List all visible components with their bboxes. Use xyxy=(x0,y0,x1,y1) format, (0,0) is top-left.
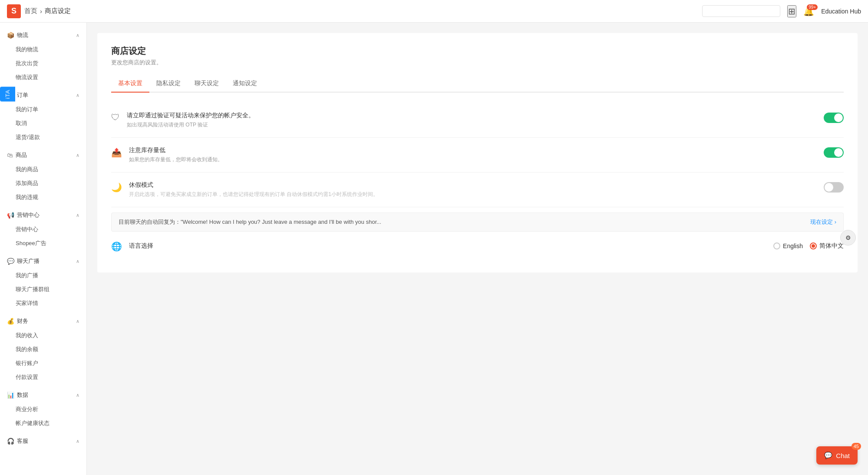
sidebar-section-label-customer_service: 客服 xyxy=(17,437,28,445)
tab-3[interactable]: 通知设定 xyxy=(226,75,264,93)
sidebar-items-data: 商业分析帐户健康状态 xyxy=(0,402,86,432)
sidebar-item-取消[interactable]: 取消 xyxy=(0,116,86,130)
sidebar-section-header-logistics[interactable]: 📦 物流 ∧ xyxy=(0,28,86,43)
sidebar-item-Shopee广告[interactable]: Shopee广告 xyxy=(0,236,86,250)
setting-icon-vacation: 🌙 xyxy=(111,182,122,193)
chat-icon: 💬 xyxy=(824,452,832,459)
setting-text-security: 请立即通过验证可疑活动来保护您的帐户安全。 如出现高风险活动请使用 OTP 验证 xyxy=(127,112,254,129)
sidebar-item-银行账户[interactable]: 银行账户 xyxy=(0,356,86,370)
sidebar-items-orders: 我的订单取消退货/退款 xyxy=(0,103,86,146)
sidebar-section-title-finance: 💰 财务 xyxy=(7,317,28,325)
setting-text-vacation: 休假模式 开启此选项，可避免买家成立新的订单，也请您记得处理现有的订单 自动休假… xyxy=(129,181,378,198)
language-options: English 简体中文 xyxy=(773,242,844,250)
sidebar-item-营销中心[interactable]: 营销中心 xyxy=(0,223,86,236)
sidebar-item-我的物流[interactable]: 我的物流 xyxy=(0,43,86,56)
search-input[interactable] xyxy=(702,5,780,17)
language-left: 🌐 语言选择 xyxy=(111,240,773,252)
setting-title-security: 请立即通过验证可疑活动来保护您的帐户安全。 xyxy=(127,112,254,120)
setting-row-low_stock: 📤注意库存量低 如果您的库存量低，您即将会收到通知。 xyxy=(111,138,844,173)
radio-inner-简体中文 xyxy=(812,244,815,248)
sidebar-item-我的余额[interactable]: 我的余额 xyxy=(0,342,86,356)
sidebar-section-header-chat_broadcast[interactable]: 💬 聊天广播 ∧ xyxy=(0,254,86,269)
ita-badge[interactable]: iTA xyxy=(0,87,15,102)
sidebar-chevron-marketing: ∧ xyxy=(76,213,79,218)
sidebar-item-我的订单[interactable]: 我的订单 xyxy=(0,103,86,116)
page-card: 商店设定 更改您商店的设置。 基本设置隐私设定聊天设定通知设定 🛡请立即通过验证… xyxy=(97,33,858,272)
sidebar-item-退货-退款[interactable]: 退货/退款 xyxy=(0,130,86,144)
sidebar-item-我的广播[interactable]: 我的广播 xyxy=(0,269,86,282)
sidebar-section-marketing: 📢 营销中心 ∧营销中心Shopee广告 xyxy=(0,208,86,252)
sidebar-icon-logistics: 📦 xyxy=(7,32,14,39)
sidebar-section-label-data: 数据 xyxy=(17,391,28,399)
page-subtitle: 更改您商店的设置。 xyxy=(111,59,844,66)
settings-float-button[interactable]: ⚙ xyxy=(840,230,856,246)
sidebar-section-header-finance[interactable]: 💰 财务 ∧ xyxy=(0,314,86,329)
sidebar-section-label-marketing: 营销中心 xyxy=(17,211,40,219)
setting-text-low_stock: 注意库存量低 如果您的库存量低，您即将会收到通知。 xyxy=(129,146,223,163)
setting-left-low_stock: 📤注意库存量低 如果您的库存量低，您即将会收到通知。 xyxy=(111,146,824,163)
sidebar-section-title-customer_service: 🎧 客服 xyxy=(7,437,28,445)
sidebar-section-label-finance: 财务 xyxy=(17,317,28,325)
sidebar-item-商业分析[interactable]: 商业分析 xyxy=(0,402,86,416)
tab-2[interactable]: 聊天设定 xyxy=(188,75,226,93)
sidebar-item-批次出货[interactable]: 批次出货 xyxy=(0,56,86,70)
sidebar-item-我的违规[interactable]: 我的违规 xyxy=(0,190,86,204)
sidebar-section-header-customer_service[interactable]: 🎧 客服 ∧ xyxy=(0,434,86,448)
tab-0[interactable]: 基本设置 xyxy=(111,75,149,93)
setting-desc-low_stock: 如果您的库存量低，您即将会收到通知。 xyxy=(129,156,223,163)
topnav-left: S 首页 › 商店设定 xyxy=(7,4,71,18)
notification-button[interactable]: 🔔 99+ xyxy=(803,6,814,17)
sidebar-item-聊天广播群组[interactable]: 聊天广播群组 xyxy=(0,282,86,296)
notification-badge: 99+ xyxy=(807,4,818,10)
lang-option-English[interactable]: English xyxy=(773,242,803,249)
language-icon: 🌐 xyxy=(111,241,122,252)
sidebar-icon-customer_service: 🎧 xyxy=(7,438,14,445)
toggle-security[interactable] xyxy=(824,113,844,123)
sidebar-items-chat_broadcast: 我的广播聊天广播群组买家详情 xyxy=(0,269,86,312)
setting-desc-security: 如出现高风险活动请使用 OTP 验证 xyxy=(127,121,254,129)
radio-outer-English xyxy=(773,242,780,249)
auto-reply-row: 目前聊天的自动回复为："Welcome! How can I help you?… xyxy=(111,213,844,232)
breadcrumb-home[interactable]: 首页 xyxy=(24,7,37,15)
sidebar-item-帐户健康状态[interactable]: 帐户健康状态 xyxy=(0,416,86,430)
sidebar-chevron-products: ∧ xyxy=(76,153,79,158)
toggle-low_stock[interactable] xyxy=(824,147,844,158)
sidebar-section-header-products[interactable]: 🛍 商品 ∧ xyxy=(0,148,86,163)
sidebar-section-header-marketing[interactable]: 📢 营销中心 ∧ xyxy=(0,208,86,223)
sidebar-section-products: 🛍 商品 ∧我的商品添加商品我的违规 xyxy=(0,148,86,206)
sidebar-chevron-customer_service: ∧ xyxy=(76,438,79,444)
sidebar-icon-finance: 💰 xyxy=(7,318,14,325)
sidebar-items-products: 我的商品添加商品我的违规 xyxy=(0,163,86,206)
top-navigation: S 首页 › 商店设定 ⊞ 🔔 99+ Education Hub xyxy=(0,0,868,23)
sidebar-section-finance: 💰 财务 ∧我的收入我的余额银行账户付款设置 xyxy=(0,314,86,386)
tab-1[interactable]: 隐私设定 xyxy=(149,75,188,93)
sidebar-section-header-data[interactable]: 📊 数据 ∧ xyxy=(0,388,86,402)
sidebar-item-付款设置[interactable]: 付款设置 xyxy=(0,370,86,384)
sidebar-item-添加商品[interactable]: 添加商品 xyxy=(0,176,86,190)
sidebar-item-买家详情[interactable]: 买家详情 xyxy=(0,296,86,310)
sidebar-chevron-finance: ∧ xyxy=(76,319,79,324)
grid-icon-button[interactable]: ⊞ xyxy=(787,5,796,17)
chat-label: Chat xyxy=(836,452,850,459)
lang-option-简体中文[interactable]: 简体中文 xyxy=(810,242,844,250)
sidebar-icon-data: 📊 xyxy=(7,392,14,399)
sidebar-icon-marketing: 📢 xyxy=(7,212,14,219)
setting-title-vacation: 休假模式 xyxy=(129,181,378,189)
settings-list: 🛡请立即通过验证可疑活动来保护您的帐户安全。 如出现高风险活动请使用 OTP 验… xyxy=(111,103,844,232)
shopee-logo[interactable]: S xyxy=(7,4,21,18)
setting-left-vacation: 🌙休假模式 开启此选项，可避免买家成立新的订单，也请您记得处理现有的订单 自动休… xyxy=(111,181,824,198)
topnav-right: ⊞ 🔔 99+ Education Hub xyxy=(702,5,861,17)
sidebar-item-物流设置[interactable]: 物流设置 xyxy=(0,70,86,84)
sidebar-section-title-logistics: 📦 物流 xyxy=(7,31,28,39)
auto-reply-link[interactable]: 现在设定 › xyxy=(810,218,836,226)
page-layout: 📦 物流 ∧我的物流批次出货物流设置 📋 订单 ∧我的订单取消退货/退款 🛍 商… xyxy=(0,23,868,475)
sidebar-item-我的收入[interactable]: 我的收入 xyxy=(0,329,86,342)
chat-float-button[interactable]: 💬 Chat 45 xyxy=(816,446,858,465)
sidebar-items-finance: 我的收入我的余额银行账户付款设置 xyxy=(0,329,86,386)
setting-desc-vacation: 开启此选项，可避免买家成立新的订单，也请您记得处理现有的订单 自动休假模式约需1… xyxy=(129,191,378,198)
education-hub-button[interactable]: Education Hub xyxy=(821,8,861,15)
sidebar-item-我的商品[interactable]: 我的商品 xyxy=(0,163,86,176)
chat-badge: 45 xyxy=(851,443,861,450)
toggle-vacation[interactable] xyxy=(824,182,844,193)
sidebar-section-title-marketing: 📢 营销中心 xyxy=(7,211,40,219)
